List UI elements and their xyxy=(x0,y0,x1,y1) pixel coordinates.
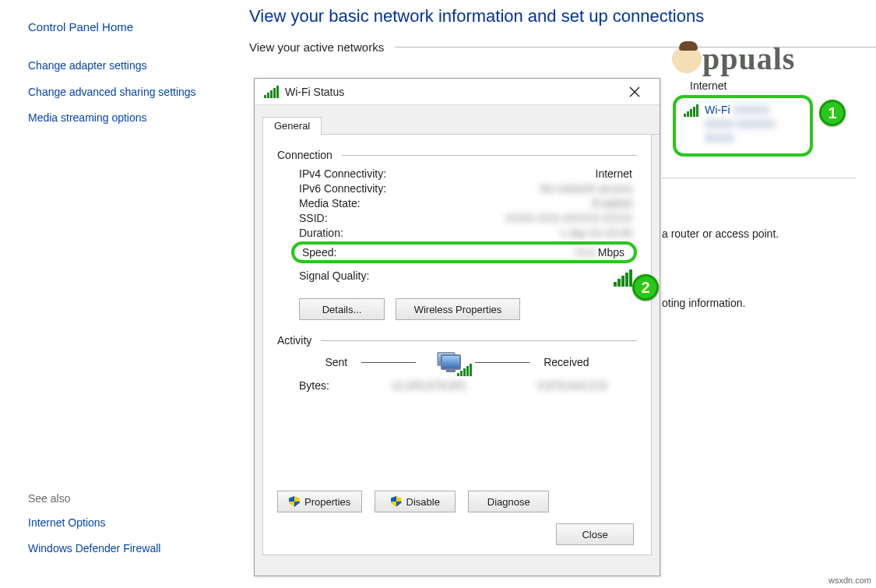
bytes-received-value: 9,876,543,210 xyxy=(537,379,607,392)
connection-label: Connection xyxy=(277,149,332,161)
bg-text-oting: oting information. xyxy=(662,297,745,309)
media-streaming-options-link[interactable]: Media streaming options xyxy=(28,111,215,126)
row-signal-quality: Signal Quality: xyxy=(299,269,637,289)
ipv6-label: IPv6 Connectivity: xyxy=(299,182,435,195)
activity-visual: Sent Received xyxy=(277,354,637,370)
speed-number: 72.0 xyxy=(574,246,595,259)
dialog-tabs: General xyxy=(262,116,660,135)
row-speed-highlight: Speed: 72.0 Mbps xyxy=(291,241,637,263)
wifi-link-blur2: XXXX-XXXXX-XXXX xyxy=(705,118,777,144)
change-advanced-sharing-link[interactable]: Change advanced sharing settings xyxy=(28,85,215,100)
row-ssid: SSID: XXXX-XXX-XXXXX-XXXX xyxy=(299,212,637,224)
main-content: View your basic network information and … xyxy=(249,6,876,66)
activity-label: Activity xyxy=(277,334,311,347)
active-networks-label: View your active networks xyxy=(249,40,384,54)
computers-icon xyxy=(430,354,461,370)
signal-quality-value xyxy=(435,269,637,289)
wifi-signal-icon xyxy=(684,104,698,117)
row-ipv4: IPv4 Connectivity: Internet xyxy=(299,167,637,180)
page-title: View your basic network information and … xyxy=(249,6,876,26)
dialog-pane: Connection IPv4 Connectivity: Internet I… xyxy=(262,135,652,555)
windows-defender-firewall-link[interactable]: Windows Defender Firewall xyxy=(28,541,215,557)
annotation-callout-1: 1 xyxy=(819,100,846,126)
duration-value: 1 day 01:23:45 xyxy=(435,227,637,239)
shield-icon xyxy=(391,496,402,507)
media-state-value: Enabled xyxy=(435,197,637,209)
activity-section-head: Activity xyxy=(277,334,637,347)
bytes-sent-value: 12,345,678,901 xyxy=(392,379,467,392)
divider xyxy=(395,47,876,48)
row-media-state: Media State: Enabled xyxy=(299,197,637,209)
active-network-wifi: Internet Wi-Fi XXXXX XXXX-XXXXX-XXXX xyxy=(673,79,813,157)
connection-section-head: Connection xyxy=(277,149,637,161)
control-panel-home-link[interactable]: Control Panel Home xyxy=(28,20,215,33)
wifi-link-highlight: Wi-Fi XXXXX XXXX-XXXXX-XXXX xyxy=(673,95,813,157)
speed-label: Speed: xyxy=(302,246,438,259)
internet-options-link[interactable]: Internet Options xyxy=(28,516,215,531)
see-also-heading: See also xyxy=(28,492,215,505)
dialog-titlebar: Wi-Fi Status xyxy=(255,79,660,105)
wifi-link-label: Wi-Fi xyxy=(705,104,730,116)
ipv4-value: Internet xyxy=(435,167,637,180)
active-networks-group: View your active networks xyxy=(249,40,876,54)
wifi-connection-link[interactable]: Wi-Fi XXXXX XXXX-XXXXX-XXXX xyxy=(705,103,802,146)
ipv4-label: IPv4 Connectivity: xyxy=(299,167,435,180)
dialog-close-row: Close xyxy=(556,523,634,545)
source-note: wsxdn.com xyxy=(829,576,871,585)
tab-general[interactable]: General xyxy=(262,117,322,135)
sidebar: Control Panel Home Change adapter settin… xyxy=(0,0,234,586)
bytes-label: Bytes: xyxy=(299,379,361,392)
activity-line-right xyxy=(475,362,529,363)
activity-line-left xyxy=(361,362,416,363)
dialog-title: Wi-Fi Status xyxy=(285,86,344,98)
disable-button[interactable]: Disable xyxy=(375,491,456,512)
dialog-close-button[interactable] xyxy=(619,81,650,103)
divider xyxy=(321,340,637,341)
disable-button-label: Disable xyxy=(406,496,440,508)
received-label: Received xyxy=(544,356,589,368)
divider xyxy=(342,155,637,156)
signal-quality-label: Signal Quality: xyxy=(299,269,435,289)
wifi-status-dialog: Wi-Fi Status General Connection IPv4 Con… xyxy=(254,78,660,576)
bytes-row: Bytes: 12,345,678,901 9,876,543,210 xyxy=(299,379,637,392)
media-state-label: Media State: xyxy=(299,197,435,209)
diagnose-button[interactable]: Diagnose xyxy=(468,491,549,512)
row-duration: Duration: 1 day 01:23:45 xyxy=(299,227,637,239)
wireless-properties-button[interactable]: Wireless Properties xyxy=(396,298,520,320)
duration-label: Duration: xyxy=(299,227,435,239)
speed-value: 72.0 Mbps xyxy=(438,246,629,259)
speed-unit: Mbps xyxy=(598,246,624,259)
properties-button[interactable]: Properties xyxy=(277,491,362,512)
signal-quality-icon xyxy=(614,269,632,287)
wifi-titlebar-icon xyxy=(264,86,279,98)
properties-button-label: Properties xyxy=(304,496,350,508)
close-icon xyxy=(629,86,640,97)
ssid-label: SSID: xyxy=(299,212,435,224)
ssid-value: XXXX-XXX-XXXXX-XXXX xyxy=(435,212,637,224)
change-adapter-settings-link[interactable]: Change adapter settings xyxy=(28,58,215,74)
bg-divider xyxy=(662,178,857,178)
close-button[interactable]: Close xyxy=(556,523,634,545)
ipv6-value: No network access xyxy=(435,182,637,195)
annotation-callout-2: 2 xyxy=(632,274,659,301)
sent-label: Sent xyxy=(325,356,347,368)
wifi-link-blur1: XXXXX xyxy=(734,104,770,116)
access-type-label: Internet xyxy=(690,79,813,92)
connection-buttons: Details... Wireless Properties xyxy=(299,298,637,320)
activity-section: Activity Sent Received Bytes: xyxy=(277,334,637,392)
details-button[interactable]: Details... xyxy=(299,298,385,320)
bg-text-router: a router or access point. xyxy=(662,227,779,240)
dialog-bottom-buttons: Properties Disable Diagnose xyxy=(277,491,549,512)
row-ipv6: IPv6 Connectivity: No network access xyxy=(299,182,637,195)
shield-icon xyxy=(289,496,300,507)
